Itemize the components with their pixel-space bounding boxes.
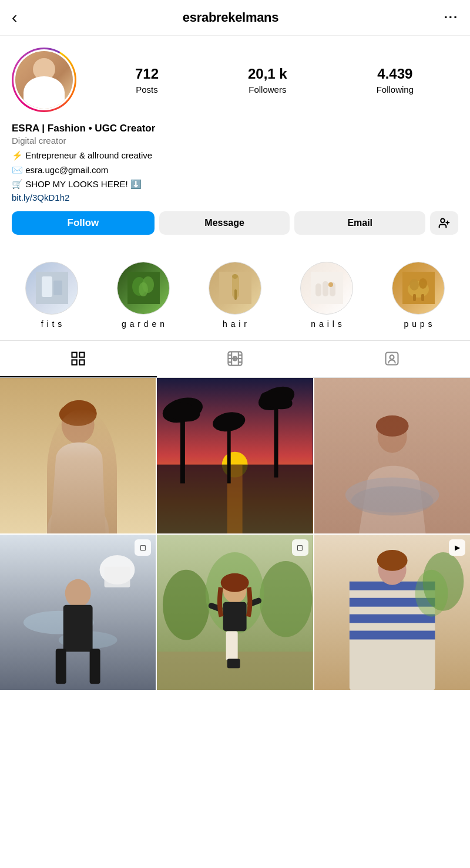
highlight-pups[interactable]: p u p s bbox=[383, 262, 454, 329]
more-options-button[interactable]: ··· bbox=[444, 10, 458, 25]
profile-top: 712 Posts 20,1 k Followers 4.439 Followi… bbox=[12, 48, 458, 112]
pups-image bbox=[402, 272, 435, 304]
grid-cell-6[interactable]: ▶ bbox=[314, 535, 470, 690]
stat-posts[interactable]: 712 Posts bbox=[135, 66, 159, 94]
follow-button[interactable]: Follow bbox=[12, 211, 155, 235]
grid-image-2 bbox=[157, 378, 313, 533]
highlight-garden-label: g a r d e n bbox=[122, 319, 165, 329]
svg-rect-72 bbox=[223, 602, 247, 631]
person-plus-icon bbox=[438, 217, 450, 229]
grid-badge-6: ▶ bbox=[449, 539, 465, 556]
avatar[interactable] bbox=[12, 48, 76, 112]
grid-section: ◻ bbox=[0, 378, 470, 691]
bio-line-2: ✉️ esra.ugc@gmail.com bbox=[12, 164, 458, 177]
tab-grid[interactable] bbox=[0, 341, 157, 377]
svg-point-22 bbox=[419, 278, 427, 289]
grid-image-6 bbox=[314, 535, 470, 690]
highlight-circle-nails bbox=[300, 262, 353, 315]
svg-point-54 bbox=[375, 415, 408, 436]
svg-point-67 bbox=[163, 570, 210, 640]
svg-rect-83 bbox=[350, 630, 435, 639]
posts-count: 712 bbox=[135, 66, 159, 82]
reels-icon bbox=[227, 350, 243, 367]
following-label: Following bbox=[377, 85, 414, 94]
svg-rect-82 bbox=[350, 614, 435, 623]
svg-rect-32 bbox=[385, 352, 398, 364]
svg-rect-4 bbox=[42, 276, 52, 297]
svg-rect-16 bbox=[323, 281, 328, 296]
svg-point-33 bbox=[390, 355, 394, 359]
highlight-circle-hair bbox=[209, 262, 261, 315]
avatar-image bbox=[15, 51, 73, 109]
svg-rect-13 bbox=[234, 289, 237, 300]
svg-rect-74 bbox=[227, 658, 240, 668]
avatar-inner bbox=[14, 49, 75, 110]
highlight-circle-pups bbox=[392, 262, 445, 315]
highlights-section: f i t s g a r d e n h a i r bbox=[0, 256, 470, 341]
tab-reels[interactable] bbox=[157, 341, 314, 377]
highlight-circle-garden bbox=[117, 262, 170, 315]
svg-rect-61 bbox=[63, 605, 93, 652]
svg-rect-27 bbox=[72, 360, 77, 364]
highlight-fits[interactable]: f i t s bbox=[16, 262, 87, 329]
grid-cell-4[interactable]: ◻ bbox=[0, 535, 156, 690]
followers-label: Followers bbox=[249, 85, 286, 94]
grid-badge-5: ◻ bbox=[292, 539, 308, 556]
email-button[interactable]: Email bbox=[294, 211, 425, 235]
posts-label: Posts bbox=[136, 85, 158, 94]
bio-section: ESRA | Fashion • UGC Creator Digital cre… bbox=[12, 123, 458, 203]
grid-image-4 bbox=[0, 535, 156, 690]
bio-link[interactable]: bit.ly/3QkD1h2 bbox=[12, 192, 69, 202]
grid-badge-4: ◻ bbox=[135, 539, 151, 556]
svg-rect-52 bbox=[314, 378, 470, 533]
followers-count: 20,1 k bbox=[248, 66, 287, 82]
svg-marker-31 bbox=[234, 357, 237, 360]
svg-point-21 bbox=[409, 279, 419, 291]
action-buttons: Follow Message Email bbox=[12, 211, 458, 235]
message-button[interactable]: Message bbox=[159, 211, 290, 235]
stats-area: 712 Posts 20,1 k Followers 4.439 Followi… bbox=[90, 66, 458, 94]
svg-rect-50 bbox=[227, 424, 231, 483]
bio-line-3: 🛒 SHOP MY LOOKS HERE! ⬇️ bbox=[12, 178, 458, 191]
svg-rect-23 bbox=[413, 294, 416, 301]
add-friend-button[interactable] bbox=[430, 211, 458, 235]
highlight-hair[interactable]: h a i r bbox=[200, 262, 270, 329]
highlight-pups-label: p u p s bbox=[404, 319, 432, 329]
grid-image-3 bbox=[314, 378, 470, 533]
svg-point-56 bbox=[351, 486, 434, 515]
svg-rect-47 bbox=[274, 401, 278, 477]
stat-followers[interactable]: 20,1 k Followers bbox=[248, 66, 287, 94]
svg-point-68 bbox=[260, 561, 313, 637]
nails-image bbox=[311, 272, 343, 304]
tab-tagged[interactable] bbox=[313, 341, 470, 377]
fits-image bbox=[36, 272, 68, 304]
svg-rect-62 bbox=[56, 649, 66, 684]
grid-cell-5[interactable]: ◻ bbox=[157, 535, 313, 690]
bio-category: Digital creator bbox=[12, 136, 458, 146]
svg-rect-25 bbox=[72, 352, 77, 357]
svg-rect-73 bbox=[226, 631, 238, 660]
back-button[interactable]: ‹ bbox=[12, 9, 17, 26]
svg-point-18 bbox=[328, 282, 333, 287]
header: ‹ esrabrekelmans ··· bbox=[0, 0, 470, 36]
svg-point-77 bbox=[221, 573, 249, 592]
highlight-nails[interactable]: n a i l s bbox=[291, 262, 362, 329]
stat-following[interactable]: 4.439 Following bbox=[377, 66, 414, 94]
highlight-garden[interactable]: g a r d e n bbox=[108, 262, 179, 329]
profile-section: 712 Posts 20,1 k Followers 4.439 Followi… bbox=[0, 36, 470, 256]
highlight-fits-label: f i t s bbox=[41, 319, 63, 329]
avatar-ring bbox=[12, 48, 76, 112]
svg-rect-26 bbox=[80, 352, 85, 357]
svg-point-0 bbox=[441, 218, 445, 222]
tagged-icon bbox=[384, 350, 400, 367]
svg-rect-63 bbox=[90, 649, 100, 684]
svg-point-9 bbox=[139, 282, 148, 296]
svg-point-53 bbox=[377, 420, 407, 452]
grid-cell-1[interactable] bbox=[0, 378, 156, 533]
grid-cell-3[interactable] bbox=[314, 378, 470, 533]
grid-cell-2[interactable] bbox=[157, 378, 313, 533]
svg-point-87 bbox=[415, 570, 448, 617]
hair-image bbox=[219, 272, 251, 304]
svg-rect-15 bbox=[315, 283, 321, 296]
username-label: esrabrekelmans bbox=[183, 10, 278, 25]
